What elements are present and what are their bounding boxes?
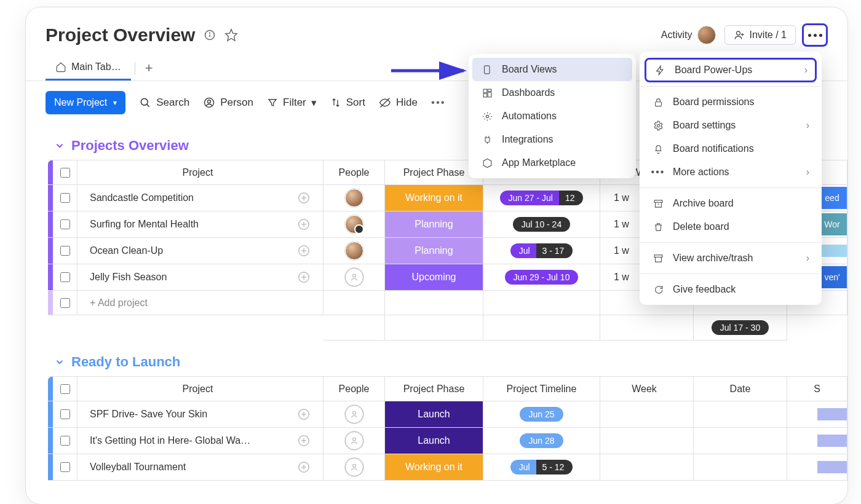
info-icon[interactable] (204, 29, 216, 41)
col-week[interactable]: Week (600, 377, 694, 401)
add-comment-icon[interactable] (297, 460, 311, 474)
menu-item[interactable]: Automations (469, 104, 636, 128)
select-all-checkbox[interactable] (53, 377, 77, 401)
timeline-cell[interactable]: Jun 27 - Jul12 (483, 185, 600, 211)
add-comment-icon[interactable] (297, 408, 311, 421)
row-checkbox[interactable] (53, 291, 77, 315)
people-cell[interactable] (323, 238, 385, 264)
menu-item[interactable]: Board permissions (640, 90, 822, 114)
toolbar-more[interactable]: ••• (431, 96, 446, 109)
timeline-cell[interactable]: Jul3 - 17 (483, 238, 600, 264)
menu-item[interactable]: Board settings › (640, 114, 822, 137)
people-cell[interactable] (323, 401, 385, 427)
table-row[interactable]: Volleyball Tournament Working on it Jul5… (48, 454, 847, 481)
row-checkbox[interactable] (53, 428, 77, 454)
more-menu-button[interactable] (802, 23, 828, 47)
menu-item[interactable]: Board notifications (640, 137, 822, 160)
project-name[interactable]: SPF Drive- Save Your Skin (90, 409, 207, 420)
add-comment-icon[interactable] (297, 218, 311, 231)
filter-tool[interactable]: Filter ▾ (267, 96, 317, 109)
week-cell[interactable] (600, 401, 694, 427)
person-tool[interactable]: Person (203, 96, 253, 109)
project-name[interactable]: Sandcastle Competition (90, 192, 194, 203)
date-cell[interactable] (694, 428, 787, 454)
search-tool[interactable]: Search (139, 96, 189, 109)
menu-item[interactable]: Board Views (472, 58, 632, 81)
table-row[interactable]: It's Getting Hot in Here- Global Wa… Lau… (48, 428, 847, 454)
timeline-cell[interactable]: Jun 25 (483, 401, 600, 427)
row-checkbox[interactable] (53, 401, 77, 427)
row-checkbox[interactable] (53, 238, 77, 264)
col-phase[interactable]: Project Phase (385, 377, 483, 401)
group-header-ready-to-launch[interactable]: Ready to Launch (26, 341, 847, 376)
timeline-cell[interactable]: Jun 28 (483, 428, 600, 454)
phase-cell[interactable]: Launch (385, 401, 483, 427)
select-all-checkbox[interactable] (53, 160, 77, 184)
people-cell[interactable] (323, 211, 385, 237)
add-comment-icon[interactable] (297, 434, 311, 447)
add-comment-icon[interactable] (297, 270, 311, 284)
add-tab-button[interactable]: + (139, 60, 159, 76)
avatar[interactable] (345, 215, 363, 234)
status-cell[interactable] (787, 401, 847, 427)
row-checkbox[interactable] (53, 211, 77, 237)
date-cell[interactable] (694, 401, 787, 427)
row-checkbox[interactable] (53, 264, 77, 290)
phase-cell[interactable]: Working on it (385, 185, 483, 211)
menu-item[interactable]: Archive board (640, 192, 822, 215)
add-comment-icon[interactable] (297, 244, 311, 258)
phase-cell[interactable]: Working on it (385, 454, 483, 480)
activity-link[interactable]: Activity (661, 26, 716, 44)
phase-cell[interactable]: Planning (385, 238, 483, 264)
star-icon[interactable] (224, 28, 238, 42)
menu-item[interactable]: Board Power-Ups › (645, 58, 817, 82)
timeline-cell[interactable]: Jul5 - 12 (483, 454, 600, 480)
menu-item[interactable]: ••• More actions › (640, 160, 822, 184)
invite-button[interactable]: Invite / 1 (724, 25, 796, 45)
project-name[interactable]: Jelly Fish Season (90, 272, 167, 283)
avatar[interactable] (345, 242, 363, 260)
table-row[interactable]: SPF Drive- Save Your Skin Launch Jun 25 (48, 401, 847, 428)
col-project[interactable]: Project (77, 377, 323, 401)
timeline-cell[interactable]: Jul 10 - 24 (483, 211, 600, 237)
status-cell[interactable] (787, 428, 847, 454)
row-checkbox[interactable] (53, 454, 77, 480)
add-comment-icon[interactable] (297, 191, 311, 205)
people-cell[interactable] (323, 454, 385, 480)
menu-item[interactable]: Dashboards (469, 81, 636, 104)
menu-item[interactable]: App Marketplace (469, 151, 636, 175)
people-cell[interactable] (323, 428, 385, 454)
col-timeline[interactable]: Project Timeline (483, 377, 600, 401)
week-cell[interactable] (600, 454, 694, 480)
project-name[interactable]: Surfing for Mental Health (90, 219, 199, 230)
date-cell[interactable] (694, 454, 787, 480)
project-name[interactable]: It's Getting Hot in Here- Global Wa… (90, 435, 250, 446)
phase-cell[interactable]: Upcoming (385, 264, 483, 290)
new-project-button[interactable]: New Project ▾ (46, 91, 125, 114)
sort-tool[interactable]: Sort (330, 96, 365, 109)
col-date[interactable]: Date (694, 377, 787, 401)
phase-cell[interactable]: Planning (385, 211, 483, 237)
menu-item[interactable]: Integrations (469, 128, 636, 151)
menu-item[interactable]: Delete board (640, 215, 822, 238)
menu-item[interactable]: View archive/trash › (640, 246, 822, 270)
row-checkbox[interactable] (53, 185, 77, 211)
col-people[interactable]: People (323, 377, 385, 401)
people-cell[interactable] (323, 264, 385, 290)
phase-cell[interactable]: Launch (385, 428, 483, 454)
col-project[interactable]: Project (77, 160, 323, 184)
timeline-cell[interactable]: Jun 29 - Jul 10 (483, 264, 600, 290)
menu-item[interactable]: Give feedback (640, 278, 822, 301)
col-status[interactable]: S (787, 377, 847, 401)
project-name[interactable]: Volleyball Tournament (90, 462, 186, 473)
project-name[interactable]: Ocean Clean-Up (90, 245, 163, 256)
col-people[interactable]: People (323, 160, 385, 184)
add-project-row[interactable]: + Add project (77, 291, 323, 315)
people-cell[interactable] (323, 185, 385, 211)
hide-tool[interactable]: Hide (379, 96, 418, 109)
week-cell[interactable] (600, 428, 694, 454)
avatar[interactable] (345, 189, 363, 207)
user-plus-icon (734, 30, 745, 41)
tab-main-table[interactable]: Main Tab… (46, 55, 131, 81)
status-cell[interactable] (787, 454, 847, 480)
